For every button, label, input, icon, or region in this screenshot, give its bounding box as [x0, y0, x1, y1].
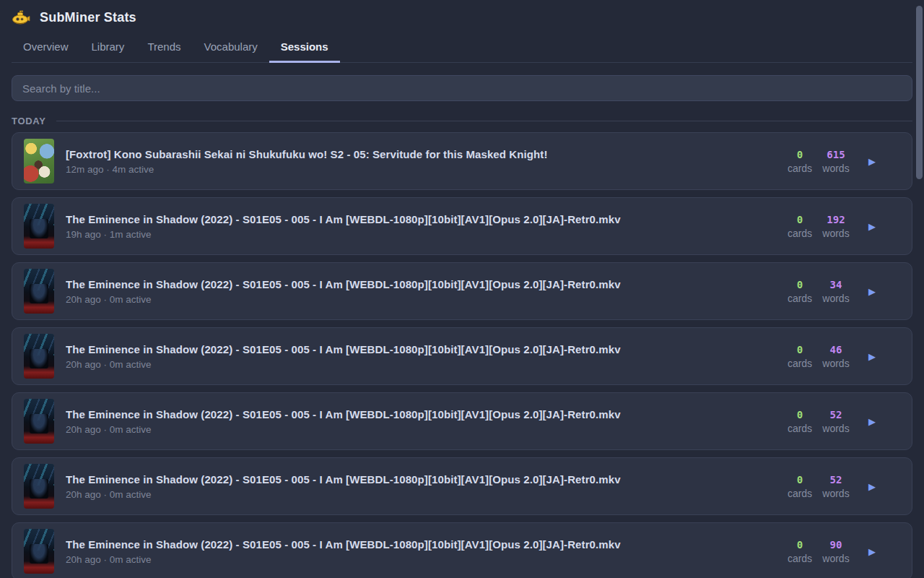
cards-stat: 0 cards [783, 474, 816, 499]
cards-count: 0 [797, 344, 803, 355]
words-label: words [822, 163, 849, 174]
words-count: 52 [830, 474, 842, 486]
words-count: 52 [830, 409, 842, 420]
cards-count: 0 [797, 279, 803, 290]
cards-stat: 0 cards [783, 279, 816, 304]
session-thumbnail [24, 139, 54, 184]
session-meta: 20h ago · 0m active [66, 554, 783, 565]
session-info: The Eminence in Shadow (2022) - S01E05 -… [66, 408, 783, 435]
play-icon: ▶ [868, 286, 876, 297]
play-button[interactable]: ▶ [866, 349, 879, 364]
play-icon: ▶ [868, 481, 876, 492]
section-heading-label: TODAY [12, 116, 46, 126]
session-stats: 0 cards 34 words ▶ [783, 279, 900, 304]
cards-count: 0 [797, 409, 803, 420]
cards-stat: 0 cards [783, 344, 816, 369]
words-stat: 90 words [819, 539, 853, 564]
tab-sessions[interactable]: Sessions [269, 33, 340, 63]
session-meta: 20h ago · 0m active [66, 294, 783, 305]
session-thumbnail [24, 529, 54, 574]
session-stats: 0 cards 46 words ▶ [783, 344, 900, 369]
session-title: The Eminence in Shadow (2022) - S01E05 -… [66, 213, 783, 225]
session-row[interactable]: The Eminence in Shadow (2022) - S01E05 -… [12, 392, 912, 450]
play-icon: ▶ [868, 156, 876, 167]
words-stat: 52 words [819, 409, 853, 434]
cards-count: 0 [797, 149, 803, 160]
cards-label: cards [788, 553, 812, 564]
words-label: words [822, 358, 849, 369]
words-label: words [822, 228, 849, 239]
cards-stat: 0 cards [783, 149, 816, 174]
search-input[interactable] [12, 75, 912, 101]
words-label: words [822, 553, 849, 564]
session-info: The Eminence in Shadow (2022) - S01E05 -… [66, 278, 783, 305]
session-thumbnail [24, 464, 54, 509]
play-icon: ▶ [868, 416, 876, 427]
play-icon: ▶ [868, 221, 876, 232]
play-button[interactable]: ▶ [866, 414, 879, 429]
play-icon: ▶ [868, 546, 876, 557]
session-list: [Foxtrot] Kono Subarashii Sekai ni Shuku… [12, 132, 912, 578]
words-stat: 34 words [819, 279, 853, 304]
session-row[interactable]: The Eminence in Shadow (2022) - S01E05 -… [12, 522, 912, 578]
session-stats: 0 cards 90 words ▶ [783, 539, 900, 564]
cards-stat: 0 cards [783, 409, 816, 434]
session-row[interactable]: The Eminence in Shadow (2022) - S01E05 -… [12, 197, 912, 255]
tab-overview[interactable]: Overview [12, 33, 80, 63]
session-info: The Eminence in Shadow (2022) - S01E05 -… [66, 343, 783, 370]
play-button[interactable]: ▶ [866, 479, 879, 494]
section-divider [56, 121, 912, 121]
session-info: [Foxtrot] Kono Subarashii Sekai ni Shuku… [66, 148, 783, 175]
session-title: The Eminence in Shadow (2022) - S01E05 -… [66, 278, 783, 290]
search-bar [12, 75, 912, 101]
section-header-today: TODAY [12, 114, 912, 127]
cards-label: cards [788, 488, 812, 499]
session-meta: 19h ago · 1m active [66, 229, 783, 240]
words-count: 46 [830, 344, 842, 355]
words-label: words [822, 293, 849, 304]
tab-bar: Overview Library Trends Vocabulary Sessi… [12, 33, 912, 63]
play-button[interactable]: ▶ [866, 154, 879, 169]
words-count: 90 [830, 539, 842, 551]
cards-count: 0 [797, 214, 803, 225]
session-stats: 0 cards 52 words ▶ [783, 409, 900, 434]
session-row[interactable]: [Foxtrot] Kono Subarashii Sekai ni Shuku… [12, 132, 912, 190]
cards-stat: 0 cards [783, 539, 816, 564]
cards-label: cards [788, 228, 812, 239]
session-thumbnail [24, 334, 54, 379]
session-title: [Foxtrot] Kono Subarashii Sekai ni Shuku… [66, 148, 783, 160]
session-row[interactable]: The Eminence in Shadow (2022) - S01E05 -… [12, 327, 912, 385]
play-icon: ▶ [868, 351, 876, 362]
play-button[interactable]: ▶ [866, 284, 879, 299]
play-button[interactable]: ▶ [866, 219, 879, 234]
session-stats: 0 cards 615 words ▶ [783, 149, 900, 174]
session-row[interactable]: The Eminence in Shadow (2022) - S01E05 -… [12, 262, 912, 320]
play-button[interactable]: ▶ [866, 544, 879, 559]
tab-library[interactable]: Library [80, 33, 136, 63]
cards-label: cards [788, 163, 812, 174]
session-stats: 0 cards 52 words ▶ [783, 474, 900, 499]
session-row[interactable]: The Eminence in Shadow (2022) - S01E05 -… [12, 457, 912, 515]
session-info: The Eminence in Shadow (2022) - S01E05 -… [66, 473, 783, 500]
app-header: SubMiner Stats [12, 0, 912, 26]
words-count: 34 [830, 279, 842, 290]
words-stat: 615 words [819, 149, 853, 174]
session-stats: 0 cards 192 words ▶ [783, 214, 900, 239]
page-title: SubMiner Stats [40, 10, 136, 25]
session-title: The Eminence in Shadow (2022) - S01E05 -… [66, 473, 783, 486]
words-stat: 192 words [819, 214, 853, 239]
words-count: 615 [827, 149, 845, 160]
session-info: The Eminence in Shadow (2022) - S01E05 -… [66, 538, 783, 565]
cards-label: cards [788, 423, 812, 434]
vertical-scrollbar-thumb[interactable] [916, 6, 923, 179]
cards-stat: 0 cards [783, 214, 816, 239]
words-count: 192 [827, 214, 845, 225]
tab-trends[interactable]: Trends [136, 33, 192, 63]
tab-vocabulary[interactable]: Vocabulary [193, 33, 269, 63]
session-title: The Eminence in Shadow (2022) - S01E05 -… [66, 408, 783, 420]
session-thumbnail [24, 399, 54, 444]
cards-label: cards [788, 358, 812, 369]
session-title: The Eminence in Shadow (2022) - S01E05 -… [66, 538, 783, 551]
session-meta: 20h ago · 0m active [66, 424, 783, 435]
session-info: The Eminence in Shadow (2022) - S01E05 -… [66, 213, 783, 240]
